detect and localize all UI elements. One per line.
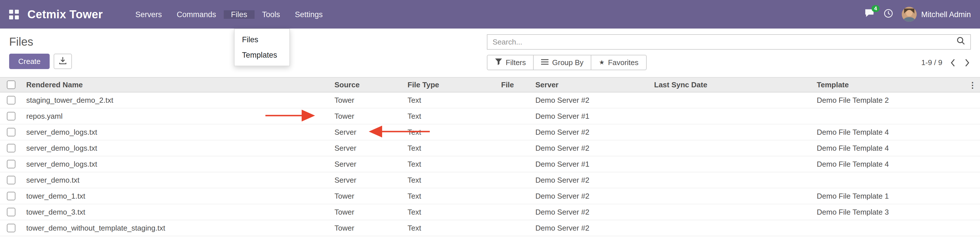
cell-source: Server	[331, 144, 404, 152]
cell-server: Demo Server #2	[532, 192, 651, 200]
row-checkbox[interactable]	[7, 144, 16, 152]
cell-rendered-name: server_demo_logs.txt	[23, 128, 331, 136]
optional-columns-toggle[interactable]: ⋮	[965, 80, 980, 89]
cell-template: Demo File Template 1	[813, 192, 965, 200]
row-checkbox[interactable]	[7, 192, 16, 200]
menu-item-commands[interactable]: Commands	[169, 10, 223, 19]
table-body: staging_tower_demo_2.txtTowerTextDemo Se…	[0, 92, 980, 236]
cell-source: Tower	[331, 224, 404, 232]
export-button[interactable]	[54, 54, 72, 69]
table-row[interactable]: tower_demo_without_template_staging.txtT…	[0, 220, 980, 236]
cell-server: Demo Server #1	[532, 160, 651, 168]
table-row[interactable]: server_demo_logs.txtServerTextDemo Serve…	[0, 124, 980, 140]
cell-rendered-name: tower_demo_without_template_staging.txt	[23, 224, 331, 232]
row-checkbox-cell	[0, 96, 23, 105]
column-header-last-sync-date[interactable]: Last Sync Date	[651, 81, 813, 89]
cell-server: Demo Server #2	[532, 224, 651, 232]
cell-server: Demo Server #1	[532, 112, 651, 121]
group-by-lines-icon	[541, 58, 549, 67]
cell-server: Demo Server #2	[532, 208, 651, 216]
row-checkbox[interactable]	[7, 224, 16, 232]
messages-button[interactable]: 4	[865, 9, 875, 20]
group-by-button[interactable]: Group By	[533, 55, 592, 70]
table-row[interactable]: tower_demo_3.txtTowerTextDemo Server #2D…	[0, 204, 980, 220]
table-row[interactable]: server_demo.txtServerTextDemo Server #2	[0, 172, 980, 188]
cell-rendered-name: server_demo_logs.txt	[23, 144, 331, 152]
main-menu: Servers Commands Files Tools Settings	[128, 10, 330, 19]
activities-button[interactable]	[883, 8, 893, 20]
row-checkbox[interactable]	[7, 176, 16, 184]
column-header-template[interactable]: Template	[813, 81, 965, 89]
cell-file-type: Text	[404, 128, 498, 136]
filters-button[interactable]: Filters	[487, 55, 534, 70]
table-header: Rendered Name Source File Type File Serv…	[0, 77, 980, 92]
pager: 1-9 / 9	[921, 57, 971, 68]
avatar	[902, 7, 916, 22]
top-navbar: Cetmix Tower Servers Commands Files Tool…	[0, 0, 980, 29]
cell-rendered-name: repos.yaml	[23, 112, 331, 121]
column-header-server[interactable]: Server	[532, 81, 651, 89]
star-icon: ★	[599, 59, 605, 66]
navbar-right: 4 Mitchell Admin	[865, 0, 971, 29]
search-options-group: Filters Group By ★ Favorites	[487, 55, 646, 70]
cell-rendered-name: tower_demo_3.txt	[23, 208, 331, 216]
menu-item-settings[interactable]: Settings	[287, 10, 330, 19]
cell-source: Tower	[331, 192, 404, 200]
cell-template: Demo File Template 3	[813, 208, 965, 216]
table-row[interactable]: server_demo_logs.txtServerTextDemo Serve…	[0, 156, 980, 172]
cell-file-type: Text	[404, 224, 498, 232]
pager-range: 1-9 / 9	[921, 58, 942, 67]
column-header-file-type[interactable]: File Type	[404, 81, 498, 89]
cell-template: Demo File Template 4	[813, 160, 965, 168]
page-title: Files	[9, 34, 72, 49]
favorites-button[interactable]: ★ Favorites	[591, 55, 647, 70]
cell-file-type: Text	[404, 144, 498, 152]
user-menu[interactable]: Mitchell Admin	[902, 7, 971, 22]
row-checkbox-cell	[0, 224, 23, 232]
dropdown-item-templates[interactable]: Templates	[235, 48, 290, 63]
cell-server: Demo Server #2	[532, 128, 651, 136]
row-checkbox-cell	[0, 208, 23, 216]
column-header-rendered-name[interactable]: Rendered Name	[23, 81, 331, 89]
cell-template: Demo File Template 4	[813, 128, 965, 136]
menu-item-files[interactable]: Files	[223, 10, 255, 19]
cell-file-type: Text	[404, 96, 498, 105]
table-row[interactable]: staging_tower_demo_2.txtTowerTextDemo Se…	[0, 92, 980, 108]
cell-server: Demo Server #2	[532, 144, 651, 152]
table-row[interactable]: server_demo_logs.txtServerTextDemo Serve…	[0, 140, 980, 156]
pager-next-button[interactable]	[963, 57, 971, 68]
row-checkbox[interactable]	[7, 208, 16, 216]
download-icon	[59, 56, 67, 67]
table-row[interactable]: repos.yamlTowerTextDemo Server #1	[0, 108, 980, 124]
cell-file-type: Text	[404, 176, 498, 184]
column-header-source[interactable]: Source	[331, 81, 404, 89]
select-all-checkbox[interactable]	[7, 81, 16, 89]
column-header-file[interactable]: File	[498, 81, 532, 89]
menu-item-servers[interactable]: Servers	[128, 10, 169, 19]
cell-file-type: Text	[404, 112, 498, 121]
action-buttons: Create	[9, 54, 72, 69]
search-input[interactable]	[493, 38, 956, 46]
table-row[interactable]: tower_demo_1.txtTowerTextDemo Server #2D…	[0, 188, 980, 204]
create-button[interactable]: Create	[9, 54, 50, 69]
row-checkbox-cell	[0, 192, 23, 200]
cell-template: Demo File Template 4	[813, 144, 965, 152]
control-panel: Files Create	[0, 29, 980, 77]
row-checkbox[interactable]	[7, 96, 16, 105]
menu-item-tools[interactable]: Tools	[255, 10, 287, 19]
filter-funnel-icon	[495, 58, 502, 67]
pager-previous-button[interactable]	[949, 57, 956, 68]
control-panel-right: Filters Group By ★ Favorites 1-9 / 9	[487, 34, 971, 70]
app-brand: Cetmix Tower	[27, 8, 103, 21]
control-panel-left: Files Create	[9, 34, 72, 70]
apps-menu-icon[interactable]	[9, 10, 19, 19]
navbar-left: Cetmix Tower Servers Commands Files Tool…	[9, 0, 330, 29]
row-checkbox[interactable]	[7, 128, 16, 136]
search-bar	[487, 34, 971, 50]
row-checkbox-cell	[0, 176, 23, 184]
dropdown-item-files[interactable]: Files	[235, 32, 290, 48]
activity-clock-icon	[883, 8, 893, 20]
row-checkbox[interactable]	[7, 112, 16, 121]
search-icon[interactable]	[956, 36, 965, 48]
row-checkbox[interactable]	[7, 160, 16, 168]
